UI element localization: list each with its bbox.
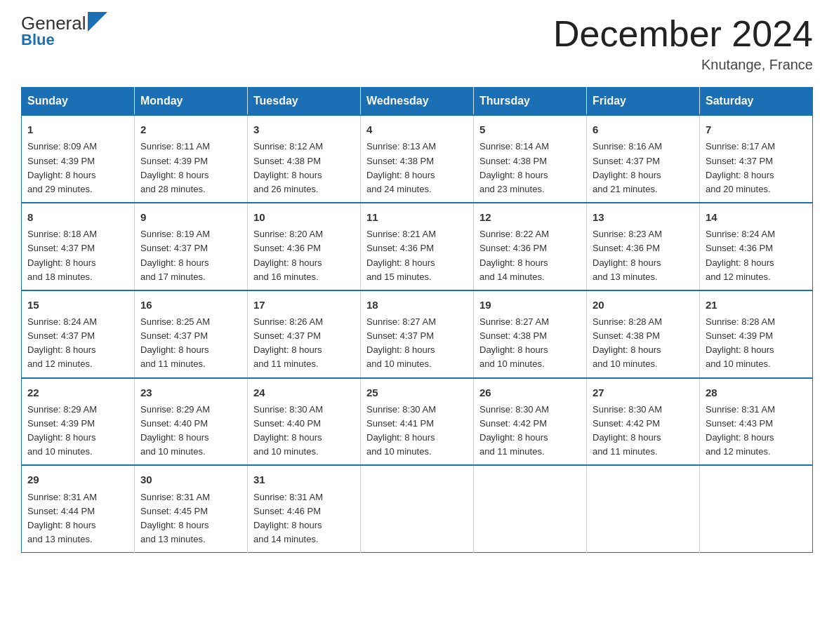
page-header: General Blue December 2024 Knutange, Fra… — [21, 14, 813, 73]
day-info: Sunrise: 8:24 AMSunset: 4:36 PMDaylight:… — [706, 227, 807, 284]
calendar-cell: 27Sunrise: 8:30 AMSunset: 4:42 PMDayligh… — [587, 378, 700, 466]
day-number: 11 — [366, 209, 468, 225]
calendar-cell: 3Sunrise: 8:12 AMSunset: 4:38 PMDaylight… — [248, 115, 361, 203]
day-number: 14 — [706, 209, 807, 225]
day-number: 18 — [366, 297, 468, 313]
day-number: 24 — [253, 384, 355, 401]
day-info: Sunrise: 8:30 AMSunset: 4:42 PMDaylight:… — [593, 403, 694, 459]
day-number: 22 — [27, 384, 128, 401]
calendar-cell: 19Sunrise: 8:27 AMSunset: 4:38 PMDayligh… — [474, 290, 587, 378]
location: Knutange, France — [553, 57, 813, 73]
day-info: Sunrise: 8:27 AMSunset: 4:37 PMDaylight:… — [366, 315, 468, 372]
calendar-cell: 16Sunrise: 8:25 AMSunset: 4:37 PMDayligh… — [135, 290, 248, 378]
calendar-cell: 8Sunrise: 8:18 AMSunset: 4:37 PMDaylight… — [22, 203, 135, 290]
day-number: 15 — [27, 297, 128, 313]
day-number: 3 — [253, 121, 355, 137]
calendar-week-row: 1Sunrise: 8:09 AMSunset: 4:39 PMDaylight… — [22, 115, 813, 203]
weekday-header-friday: Friday — [587, 88, 700, 116]
day-number: 10 — [253, 209, 355, 225]
calendar-cell: 21Sunrise: 8:28 AMSunset: 4:39 PMDayligh… — [700, 290, 813, 378]
day-number: 6 — [593, 121, 694, 137]
day-number: 25 — [366, 384, 468, 401]
day-info: Sunrise: 8:19 AMSunset: 4:37 PMDaylight:… — [140, 227, 241, 284]
calendar-cell: 12Sunrise: 8:22 AMSunset: 4:36 PMDayligh… — [474, 203, 587, 290]
day-info: Sunrise: 8:31 AMSunset: 4:44 PMDaylight:… — [27, 490, 128, 547]
day-info: Sunrise: 8:21 AMSunset: 4:36 PMDaylight:… — [366, 227, 468, 284]
calendar-cell: 13Sunrise: 8:23 AMSunset: 4:36 PMDayligh… — [587, 203, 700, 290]
day-info: Sunrise: 8:14 AMSunset: 4:38 PMDaylight:… — [479, 140, 581, 196]
title-block: December 2024 Knutange, France — [553, 14, 813, 73]
calendar-cell: 22Sunrise: 8:29 AMSunset: 4:39 PMDayligh… — [22, 378, 135, 466]
month-title: December 2024 — [553, 14, 813, 54]
day-info: Sunrise: 8:17 AMSunset: 4:37 PMDaylight:… — [706, 140, 807, 196]
day-info: Sunrise: 8:23 AMSunset: 4:36 PMDaylight:… — [593, 227, 694, 284]
calendar-cell — [587, 465, 700, 552]
calendar-cell: 4Sunrise: 8:13 AMSunset: 4:38 PMDaylight… — [361, 115, 474, 203]
day-number: 9 — [140, 209, 241, 225]
calendar-cell: 1Sunrise: 8:09 AMSunset: 4:39 PMDaylight… — [22, 115, 135, 203]
day-info: Sunrise: 8:31 AMSunset: 4:43 PMDaylight:… — [706, 403, 807, 459]
day-info: Sunrise: 8:26 AMSunset: 4:37 PMDaylight:… — [253, 315, 355, 372]
calendar-cell: 2Sunrise: 8:11 AMSunset: 4:39 PMDaylight… — [135, 115, 248, 203]
day-number: 4 — [366, 121, 468, 137]
day-number: 23 — [140, 384, 241, 401]
weekday-header-monday: Monday — [135, 88, 248, 116]
calendar-cell: 15Sunrise: 8:24 AMSunset: 4:37 PMDayligh… — [22, 290, 135, 378]
day-number: 27 — [593, 384, 694, 401]
day-number: 17 — [253, 297, 355, 313]
day-number: 28 — [706, 384, 807, 401]
day-info: Sunrise: 8:30 AMSunset: 4:40 PMDaylight:… — [253, 403, 355, 459]
day-info: Sunrise: 8:12 AMSunset: 4:38 PMDaylight:… — [253, 140, 355, 196]
svg-marker-0 — [88, 12, 107, 32]
calendar-cell: 9Sunrise: 8:19 AMSunset: 4:37 PMDaylight… — [135, 203, 248, 290]
calendar-cell: 23Sunrise: 8:29 AMSunset: 4:40 PMDayligh… — [135, 378, 248, 466]
day-number: 19 — [479, 297, 581, 313]
day-info: Sunrise: 8:30 AMSunset: 4:42 PMDaylight:… — [479, 403, 581, 459]
weekday-header-sunday: Sunday — [22, 88, 135, 116]
weekday-header-saturday: Saturday — [700, 88, 813, 116]
day-number: 29 — [27, 471, 128, 488]
calendar-week-row: 15Sunrise: 8:24 AMSunset: 4:37 PMDayligh… — [22, 290, 813, 378]
calendar-cell: 11Sunrise: 8:21 AMSunset: 4:36 PMDayligh… — [361, 203, 474, 290]
day-info: Sunrise: 8:24 AMSunset: 4:37 PMDaylight:… — [27, 315, 128, 372]
day-number: 7 — [706, 121, 807, 137]
logo-general-text: General — [21, 14, 86, 32]
day-info: Sunrise: 8:16 AMSunset: 4:37 PMDaylight:… — [593, 140, 694, 196]
weekday-header-wednesday: Wednesday — [361, 88, 474, 116]
calendar-week-row: 8Sunrise: 8:18 AMSunset: 4:37 PMDaylight… — [22, 203, 813, 290]
day-number: 20 — [593, 297, 694, 313]
day-info: Sunrise: 8:20 AMSunset: 4:36 PMDaylight:… — [253, 227, 355, 284]
calendar-cell: 31Sunrise: 8:31 AMSunset: 4:46 PMDayligh… — [248, 465, 361, 552]
calendar-cell: 10Sunrise: 8:20 AMSunset: 4:36 PMDayligh… — [248, 203, 361, 290]
day-number: 31 — [253, 471, 355, 488]
calendar-cell: 7Sunrise: 8:17 AMSunset: 4:37 PMDaylight… — [700, 115, 813, 203]
logo-icon — [88, 12, 107, 32]
day-info: Sunrise: 8:29 AMSunset: 4:40 PMDaylight:… — [140, 403, 241, 459]
logo: General Blue — [21, 14, 107, 49]
day-info: Sunrise: 8:31 AMSunset: 4:46 PMDaylight:… — [253, 490, 355, 547]
day-info: Sunrise: 8:28 AMSunset: 4:39 PMDaylight:… — [706, 315, 807, 372]
day-info: Sunrise: 8:30 AMSunset: 4:41 PMDaylight:… — [366, 403, 468, 459]
calendar-cell: 24Sunrise: 8:30 AMSunset: 4:40 PMDayligh… — [248, 378, 361, 466]
day-number: 8 — [27, 209, 128, 225]
day-number: 5 — [479, 121, 581, 137]
calendar-cell: 30Sunrise: 8:31 AMSunset: 4:45 PMDayligh… — [135, 465, 248, 552]
calendar-body: 1Sunrise: 8:09 AMSunset: 4:39 PMDaylight… — [22, 115, 813, 553]
day-info: Sunrise: 8:31 AMSunset: 4:45 PMDaylight:… — [140, 490, 241, 547]
day-info: Sunrise: 8:27 AMSunset: 4:38 PMDaylight:… — [479, 315, 581, 372]
calendar-cell: 18Sunrise: 8:27 AMSunset: 4:37 PMDayligh… — [361, 290, 474, 378]
day-number: 16 — [140, 297, 241, 313]
weekday-row: SundayMondayTuesdayWednesdayThursdayFrid… — [22, 88, 813, 116]
calendar-table: SundayMondayTuesdayWednesdayThursdayFrid… — [21, 87, 813, 553]
calendar-cell: 25Sunrise: 8:30 AMSunset: 4:41 PMDayligh… — [361, 378, 474, 466]
day-info: Sunrise: 8:11 AMSunset: 4:39 PMDaylight:… — [140, 140, 241, 196]
weekday-header-tuesday: Tuesday — [248, 88, 361, 116]
day-number: 21 — [706, 297, 807, 313]
calendar-week-row: 22Sunrise: 8:29 AMSunset: 4:39 PMDayligh… — [22, 378, 813, 466]
calendar-cell: 17Sunrise: 8:26 AMSunset: 4:37 PMDayligh… — [248, 290, 361, 378]
day-info: Sunrise: 8:28 AMSunset: 4:38 PMDaylight:… — [593, 315, 694, 372]
weekday-header-thursday: Thursday — [474, 88, 587, 116]
day-info: Sunrise: 8:09 AMSunset: 4:39 PMDaylight:… — [27, 140, 128, 196]
day-number: 12 — [479, 209, 581, 225]
day-number: 2 — [140, 121, 241, 137]
